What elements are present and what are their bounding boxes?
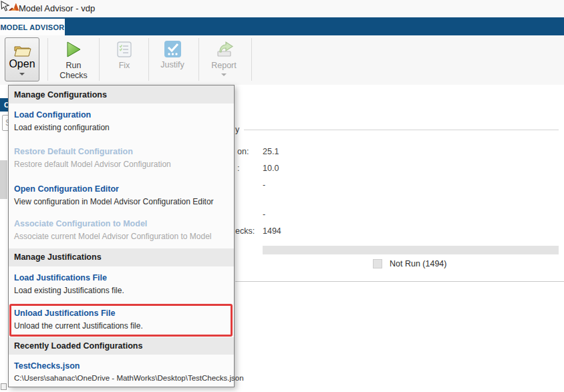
summary-label-fragment: : — [237, 164, 239, 173]
menu-section-header-label: Manage Configurations — [14, 90, 107, 100]
report-button: Report — [202, 37, 245, 81]
toolbar-separator — [99, 38, 100, 81]
panel-divider — [235, 281, 564, 282]
menu-item-restore-default-configuration: Restore Default Configuration — [14, 147, 133, 156]
summary-legend-line — [244, 130, 559, 130]
menu-item-load-justifications-file[interactable]: Load Justifications File — [14, 273, 107, 282]
open-button[interactable]: Open — [5, 37, 39, 81]
window-title: Model Advisor - vdp — [19, 3, 95, 13]
open-folder-icon — [12, 42, 32, 58]
menu-section-header-label: Manage Justifications — [14, 252, 102, 262]
menu-item-associate-configuration-to-model: Associate Configuration to Model — [14, 219, 147, 228]
menu-item-open-configuration-editor[interactable]: Open Configuration Editor — [14, 184, 119, 194]
menu-item-desc: Load existing configuration — [14, 123, 110, 132]
justify-button-label: Justify — [160, 60, 184, 70]
checks-progress-bar — [263, 246, 559, 254]
menu-item-load-configuration[interactable]: Load Configuration — [14, 110, 91, 120]
justify-check-icon — [164, 40, 182, 58]
highlight-annotation-box — [9, 304, 233, 337]
menu-item-desc: View configuration in Model Advisor Conf… — [14, 197, 214, 206]
summary-value: 1494 — [263, 226, 281, 236]
report-button-label: Report — [211, 61, 237, 71]
menu-item-path: C:\Users\sahanac\OneDrive - MathWorks\De… — [14, 374, 244, 382]
not-run-label: Not Run (1494) — [390, 259, 446, 268]
menu-item-recent-testchecks-json[interactable]: TestChecks.json — [14, 361, 80, 371]
run-play-icon — [65, 40, 82, 59]
toolbar-separator — [148, 38, 149, 81]
toolbar-separator — [198, 38, 199, 81]
menu-item-desc: Load existing Justifications file. — [14, 286, 124, 295]
summary-value: - — [263, 210, 265, 219]
menu-item-desc: Restore default Model Advisor Configurat… — [14, 160, 171, 169]
summary-value: - — [263, 180, 265, 190]
justify-button: Justify — [151, 37, 194, 81]
toolbar-separator — [47, 38, 48, 81]
fix-button-label: Fix — [119, 61, 130, 71]
open-button-label: Open — [9, 58, 35, 70]
report-export-icon — [213, 40, 235, 59]
summary-label-fragment: on: — [237, 147, 249, 156]
model-advisor-window: Model Advisor - vdp MODEL ADVISOR Open — [0, 0, 564, 392]
tab-model-advisor[interactable]: MODEL ADVISOR — [0, 19, 65, 35]
ribbon-tab-bar: MODEL ADVISOR — [0, 17, 564, 35]
summary-legend-fragment: y — [235, 125, 239, 134]
matlab-logo-icon — [8, 2, 19, 13]
title-bar: Model Advisor - vdp — [0, 0, 564, 17]
summary-label-fragment: ecks: — [235, 226, 255, 236]
run-checks-button[interactable]: Run Checks — [51, 37, 96, 81]
fix-checklist-icon — [116, 41, 133, 59]
summary-value: 25.1 — [263, 147, 279, 156]
dropdown-arrow-icon — [221, 73, 227, 76]
run-checks-label: Run Checks — [57, 61, 90, 81]
not-run-swatch — [373, 259, 382, 268]
checks-tree-fragment — [0, 160, 7, 199]
menu-section-header-label: Recently Loaded Configurations — [14, 341, 142, 351]
summary-value: 10.0 — [263, 164, 279, 173]
tab-model-advisor-label: MODEL ADVISOR — [0, 23, 64, 31]
menu-item-desc: Associate current Model Advisor Configur… — [14, 232, 211, 241]
open-dropdown-menu: Manage Configurations Load Configuration… — [8, 85, 235, 387]
tree-item-fragment — [1, 383, 7, 390]
dropdown-arrow-icon — [19, 73, 25, 75]
toolbar-separator — [251, 38, 252, 81]
toolbar: Open Run Checks Fix — [0, 35, 564, 85]
fix-button: Fix — [104, 37, 144, 81]
